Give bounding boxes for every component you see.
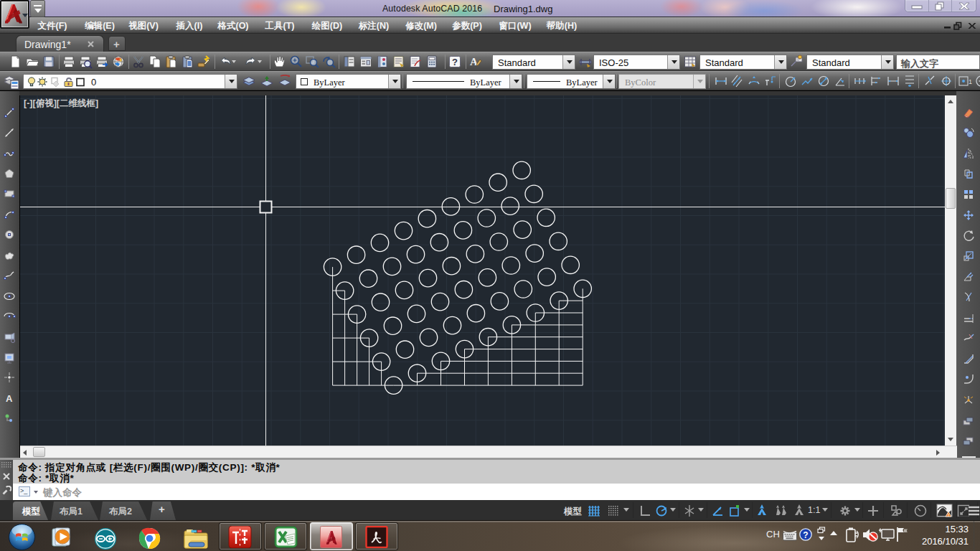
svg-text:!: !: [948, 513, 949, 517]
svg-text:?: ?: [803, 530, 808, 540]
svg-text:A: A: [470, 56, 478, 67]
svg-text:1: 1: [969, 78, 972, 85]
svg-text:?: ?: [452, 57, 458, 67]
svg-text:A: A: [6, 393, 13, 404]
